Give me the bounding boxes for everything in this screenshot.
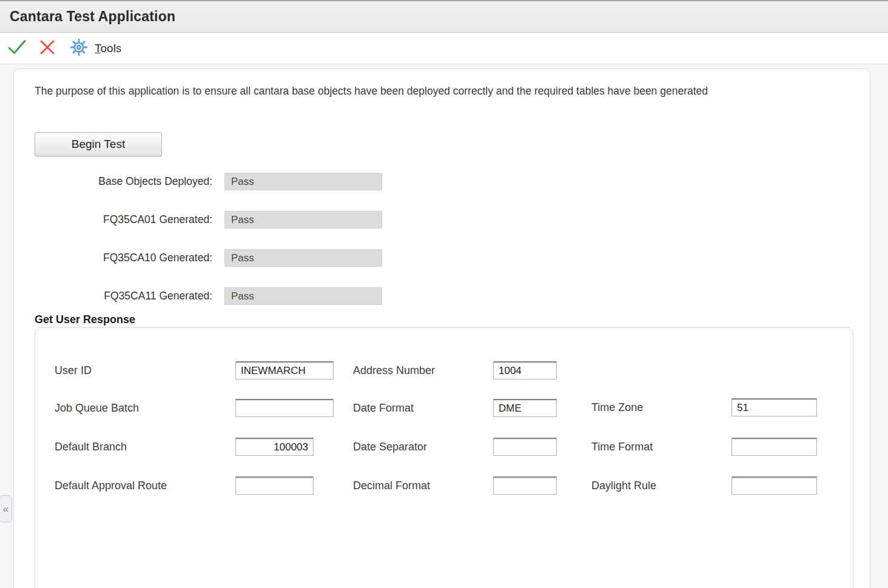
default-branch-field[interactable]: [235, 438, 314, 456]
date-format-field[interactable]: [493, 399, 557, 417]
status-label-fq35ca01: FQ35CA01 Generated:: [35, 211, 212, 229]
check-icon: [6, 36, 28, 61]
tools-menu[interactable]: Tools: [69, 38, 121, 59]
cancel-button[interactable]: [34, 35, 61, 62]
address-number-label: Address Number: [353, 361, 435, 379]
sidebar-collapse-button[interactable]: «: [0, 495, 12, 523]
status-value-fq35ca10: Pass: [224, 249, 382, 267]
status-label-base-objects: Base Objects Deployed:: [35, 173, 212, 190]
app-window: Cantara Test Application: [0, 0, 888, 588]
double-chevron-left-icon: «: [2, 503, 8, 515]
purpose-text: The purpose of this application is to en…: [35, 84, 823, 98]
begin-test-button[interactable]: Begin Test: [35, 132, 162, 156]
status-value-base-objects: Pass: [224, 173, 382, 190]
time-format-label: Time Format: [591, 438, 653, 456]
time-format-field[interactable]: [732, 438, 817, 456]
address-number-field[interactable]: [493, 361, 557, 379]
section-title-get-user-response: Get User Response: [35, 313, 135, 326]
time-zone-field[interactable]: [732, 398, 817, 416]
get-user-response-group-box: [35, 327, 853, 588]
status-label-fq35ca10: FQ35CA10 Generated:: [35, 249, 212, 267]
gear-icon: [69, 38, 89, 59]
decimal-format-field[interactable]: [493, 476, 557, 495]
tools-label: Tools: [95, 42, 121, 55]
user-id-label: User ID: [55, 361, 92, 379]
default-branch-label: Default Branch: [55, 438, 127, 456]
job-queue-batch-label: Job Queue Batch: [55, 399, 139, 417]
status-value-fq35ca11: Pass: [224, 287, 382, 305]
date-separator-label: Date Separator: [353, 438, 427, 456]
status-label-fq35ca11: FQ35CA11 Generated:: [35, 287, 212, 305]
x-icon: [36, 36, 58, 61]
title-bar: Cantara Test Application: [0, 1, 888, 33]
confirm-button[interactable]: [4, 35, 30, 62]
decimal-format-label: Decimal Format: [353, 476, 430, 495]
time-zone-label: Time Zone: [591, 398, 643, 416]
date-format-label: Date Format: [353, 399, 414, 417]
daylight-rule-label: Daylight Rule: [591, 476, 656, 495]
default-approval-route-label: Default Approval Route: [55, 476, 167, 495]
status-value-fq35ca01: Pass: [224, 211, 382, 229]
user-id-field[interactable]: [235, 361, 334, 379]
daylight-rule-field[interactable]: [732, 476, 817, 495]
toolbar: Tools: [0, 33, 888, 64]
default-approval-route-field[interactable]: [235, 476, 314, 495]
job-queue-batch-field[interactable]: [235, 399, 334, 417]
page-title: Cantara Test Application: [10, 8, 175, 25]
date-separator-field[interactable]: [493, 438, 557, 456]
